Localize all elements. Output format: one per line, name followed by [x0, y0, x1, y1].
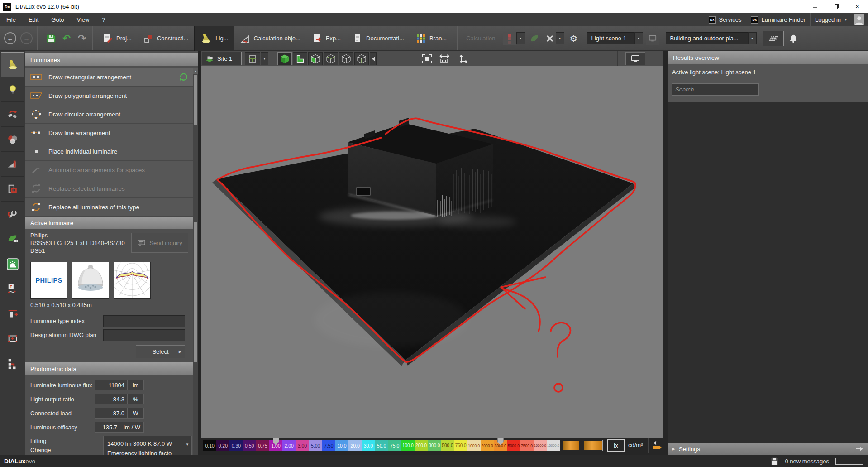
tool-replace-all-luminaires-of-this-type[interactable]: Replace all luminaires of this type [25, 198, 193, 217]
floorplan-view-button[interactable] [245, 52, 260, 65]
scale-segment-15000.0[interactable]: 15000.0 [547, 440, 560, 451]
scale-segment-0.75[interactable]: 0.75 [256, 440, 269, 451]
swap-units-button[interactable] [651, 440, 662, 453]
side-tool-eco-plug-icon[interactable] [1, 227, 24, 251]
scroll-up-arrow-icon[interactable]: ▲ [193, 68, 198, 74]
logged-in-menu[interactable]: Logged in ▼ [811, 13, 852, 26]
luminaire-finder-button[interactable]: Dx Luminaire Finder [746, 13, 810, 26]
unit-lx-button[interactable]: lx [607, 439, 625, 452]
refresh-icon[interactable] [179, 72, 189, 83]
area-select[interactable]: Building and outdoor pla... [666, 32, 748, 44]
type-index-input[interactable] [103, 315, 185, 327]
notification-bell-icon[interactable] [787, 33, 799, 44]
side-tool-rotate-joint-icon[interactable] [1, 102, 24, 127]
pin-icon[interactable] [855, 445, 864, 453]
side-tool-street-mast-icon[interactable] [1, 302, 24, 326]
photometric-value[interactable]: 135.7 [95, 422, 120, 433]
light-scene-select[interactable]: Light scene 1 [587, 32, 634, 44]
toolbar-tab-lig[interactable]: Lig... [194, 26, 234, 51]
menu-?[interactable]: ? [96, 13, 112, 26]
display-monitor-button[interactable] [625, 52, 645, 65]
scene-monitor-icon[interactable] [646, 32, 659, 45]
side-tool-room-outline-icon[interactable] [1, 177, 24, 202]
services-button[interactable]: Dx Services [704, 13, 746, 26]
scale-segment-5.00[interactable]: 5.00 [309, 440, 322, 451]
area-select-caret[interactable]: ▼ [748, 32, 757, 44]
polar-diagram-thumbnail[interactable] [114, 262, 151, 299]
floorplan-caret[interactable]: ▼ [261, 52, 268, 65]
menu-file[interactable]: File [0, 13, 22, 26]
scale-segment-200.0[interactable]: 200.0 [415, 440, 428, 451]
send-inquiry-button[interactable]: Send inquiry [131, 233, 188, 253]
forward-button[interactable]: → [20, 32, 33, 44]
minimize-button[interactable] [804, 0, 825, 13]
photometric-value[interactable]: 87.0 [95, 408, 128, 419]
photometric-value[interactable]: 11804 [95, 380, 128, 390]
scale-segment-20.0[interactable]: 20.0 [348, 440, 362, 451]
view-wireframe3-button[interactable] [354, 52, 369, 65]
view-wireframe2-button[interactable] [339, 52, 353, 65]
tool-draw-circular-arrangement[interactable]: Draw circular arrangement [25, 105, 193, 124]
scale-segment-7500.0[interactable]: 7500.0 [520, 440, 534, 451]
messages-disk-icon[interactable] [771, 457, 778, 466]
select-luminaire-button[interactable]: Select ▶ [136, 345, 185, 358]
view-cube-face-button[interactable] [308, 52, 323, 65]
scale-segment-1000.0[interactable]: 1000.0 [467, 440, 481, 451]
messages-count[interactable]: 0 new messages [785, 458, 829, 465]
side-tool-wrench-icon[interactable] [1, 202, 24, 226]
scale-segment-0.50[interactable]: 0.50 [243, 440, 256, 451]
toolbar-tab-exp[interactable]: Exp... [306, 26, 347, 51]
search-input[interactable] [672, 86, 758, 93]
scale-segment-3.00[interactable]: 3.00 [296, 440, 309, 451]
close-button[interactable]: × [847, 0, 868, 13]
viewbar-collapse-button[interactable] [370, 52, 377, 65]
side-tool-color-circles-icon[interactable] [1, 127, 24, 152]
calculation-status-icon[interactable] [503, 32, 516, 45]
user-avatar[interactable] [854, 14, 864, 25]
toolbar-tab-bran[interactable]: Bran... [410, 26, 453, 51]
gradient-style-button[interactable] [563, 441, 579, 450]
light-scene-caret[interactable]: ▼ [634, 32, 643, 44]
view-wireframe1-button[interactable] [324, 52, 338, 65]
save-button[interactable] [45, 33, 57, 44]
scale-segment-7.50[interactable]: 7.50 [322, 440, 335, 451]
zoom-fit-button[interactable] [421, 53, 433, 64]
menu-goto[interactable]: Goto [45, 13, 70, 26]
back-button[interactable]: ← [4, 32, 16, 44]
tool-list-scrollbar[interactable]: ▲ [193, 68, 198, 217]
side-tool-bar-chart-icon[interactable] [1, 152, 24, 177]
site-tab[interactable]: Site 1 [202, 52, 242, 65]
tool-draw-rectangular-arrangement[interactable]: Draw rectangular arrangement [25, 68, 193, 87]
scale-segment-750.0[interactable]: 750.0 [454, 440, 467, 451]
panel-scrollbar[interactable] [193, 217, 198, 455]
side-tool-calc-surface-icon[interactable] [1, 327, 24, 351]
scale-segment-0.30[interactable]: 0.30 [229, 440, 243, 451]
side-tool-text-path-icon[interactable]: T [1, 277, 24, 301]
scale-segment-300.0[interactable]: 300.0 [428, 440, 441, 451]
settings-bar[interactable]: ▶ Settings [668, 443, 868, 455]
restore-button[interactable] [825, 0, 847, 13]
fitting-select[interactable]: 14000 lm 3000 K 87.0 W Emergency lightin… [103, 436, 192, 455]
tool-draw-line-arrangement[interactable]: Draw line arrangement [25, 124, 193, 142]
side-tool-emergency-light-icon[interactable] [1, 252, 24, 276]
gear-icon[interactable]: ⚙ [568, 33, 580, 44]
luminaire-photo-thumbnail[interactable] [72, 262, 109, 299]
cancel-x-icon[interactable] [544, 33, 556, 44]
redo-icon[interactable]: ↷ [76, 33, 88, 44]
unit-cdm2-label[interactable]: cd/m² [628, 442, 643, 448]
scale-segment-30.0[interactable]: 30.0 [362, 440, 375, 451]
calculation-dropdown-caret[interactable]: ▼ [516, 32, 525, 44]
scale-segment-2.00[interactable]: 2.00 [282, 440, 296, 451]
menu-edit[interactable]: Edit [22, 13, 45, 26]
tool-draw-polygonal-arrangement[interactable]: Draw polygonal arrangement [25, 87, 193, 105]
side-tool-tree-structure-icon[interactable] [1, 351, 24, 376]
scale-segment-10000.0[interactable]: 10000.0 [534, 440, 547, 451]
toolbar-tab-constructi[interactable]: Constructi... [138, 26, 194, 51]
solar-panel-button[interactable] [763, 31, 784, 46]
view-solid-button[interactable] [277, 52, 292, 65]
view-l-shape-button[interactable] [293, 52, 307, 65]
scale-segment-50.0[interactable]: 50.0 [375, 440, 388, 451]
toolbar-tab-documentati[interactable]: Documentati... [347, 26, 410, 51]
side-tool-bulb-icon[interactable] [1, 77, 24, 102]
photometric-value[interactable]: 84.3 [95, 394, 128, 404]
